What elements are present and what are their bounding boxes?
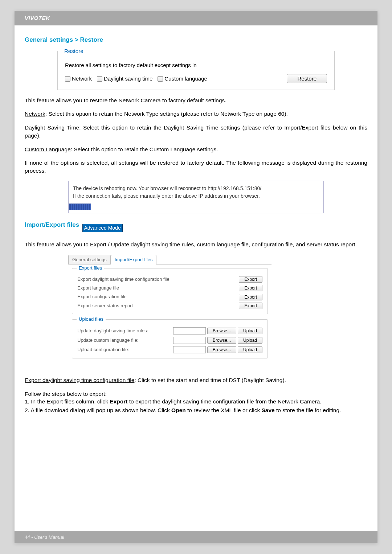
upload-btn-dst[interactable]: Upload xyxy=(238,328,262,334)
browse-btn-config[interactable]: Browse... xyxy=(207,346,236,353)
steps-intro: Follow the steps below to export: xyxy=(25,390,367,398)
checkbox-customlang[interactable]: Custom language xyxy=(158,75,207,82)
export-btn-dst[interactable]: Export xyxy=(239,276,262,283)
upload-btn-lang[interactable]: Upload xyxy=(238,337,262,344)
upload-row-lang: Update custom language file: xyxy=(77,337,173,344)
export-btn-config[interactable]: Export xyxy=(239,294,262,300)
reboot-message-box: The device is rebooting now. Your browse… xyxy=(68,181,324,213)
step-1: 1. In the Export files column, click Exp… xyxy=(25,398,367,406)
export-files-legend: Export files xyxy=(77,265,104,271)
restore-fieldset: Restore Restore all settings to factory … xyxy=(57,51,335,90)
para-iex: This feature allows you to Export / Upda… xyxy=(25,241,367,249)
chk-dst[interactable] xyxy=(97,76,102,82)
para-export-dst: Export daylight saving time configuratio… xyxy=(25,376,367,384)
para-dst: Daylight Saving Time: Select this option… xyxy=(25,124,367,139)
checkbox-dst[interactable]: Daylight saving time xyxy=(97,75,152,82)
para-network: Network: Select this option to retain th… xyxy=(25,110,367,118)
browse-btn-dst[interactable]: Browse... xyxy=(207,328,236,334)
export-row-status: Export server status report xyxy=(77,303,239,309)
section-title-importexport: Import/Export files xyxy=(25,221,79,229)
advanced-mode-badge: Advanced Mode xyxy=(82,224,123,233)
progress-bar xyxy=(69,204,91,210)
restore-button[interactable]: Restore xyxy=(287,74,327,83)
export-files-fieldset: Export files Export daylight saving time… xyxy=(72,268,268,314)
page-content: General settings > Restore Restore Resto… xyxy=(15,25,377,414)
checkbox-network[interactable]: Network xyxy=(65,75,92,82)
restore-legend: Restore xyxy=(62,47,86,55)
para-customlang: Custom Language: Select this option to r… xyxy=(25,145,367,153)
file-input-config[interactable] xyxy=(173,346,206,353)
upload-row-config: Upload configuration file: xyxy=(77,346,173,353)
export-btn-status[interactable]: Export xyxy=(239,303,262,309)
reboot-text: The device is rebooting now. Your browse… xyxy=(69,181,323,202)
footer-text: 44 - User's Manual xyxy=(25,534,64,540)
restore-description: Restore all settings to factory default … xyxy=(65,61,327,69)
upload-files-legend: Upload files xyxy=(77,316,106,323)
export-steps: 1. In the Export files column, click Exp… xyxy=(25,398,367,414)
chk-customlang[interactable] xyxy=(158,76,163,82)
upload-row-dst: Update daylight saving time rules: xyxy=(77,328,173,334)
export-row-dst: Export daylight saving time configuratio… xyxy=(77,276,239,283)
file-input-lang[interactable] xyxy=(173,337,206,344)
section-title-restore: General settings > Restore xyxy=(25,36,367,44)
file-input-dst[interactable] xyxy=(173,327,206,335)
para-none: If none of the options is selected, all … xyxy=(25,159,367,175)
export-row-lang: Export language file xyxy=(77,285,239,291)
chk-network[interactable] xyxy=(65,76,70,82)
export-row-config: Export configuration file xyxy=(77,294,239,300)
upload-files-fieldset: Upload files Update daylight saving time… xyxy=(72,319,268,358)
brand-logo: VIVOTEK xyxy=(25,15,50,21)
step-2: 2. A file download dialog will pop up as… xyxy=(25,406,367,414)
page-footer: 44 - User's Manual xyxy=(15,531,377,543)
tab-import-export[interactable]: Import/Export files xyxy=(111,255,157,264)
tab-general-settings[interactable]: General settings xyxy=(68,255,111,264)
upload-btn-config[interactable]: Upload xyxy=(238,346,262,353)
import-export-panel: General settings Import/Export files Exp… xyxy=(68,254,271,369)
header-band: VIVOTEK xyxy=(15,11,377,25)
para-intro: This feature allows you to restore the N… xyxy=(25,97,367,104)
browse-btn-lang[interactable]: Browse... xyxy=(207,337,236,344)
export-btn-lang[interactable]: Export xyxy=(239,285,262,291)
